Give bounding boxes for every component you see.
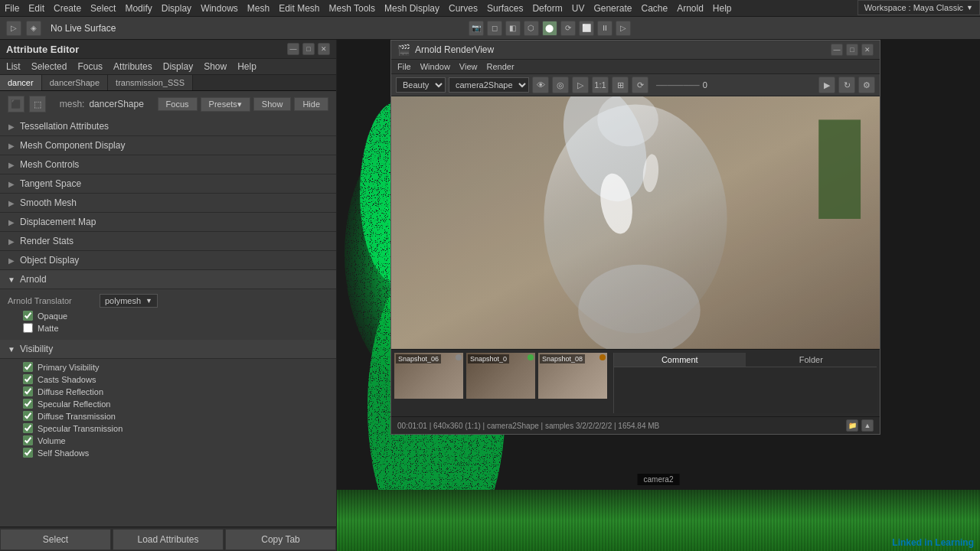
toolbar-icon-pause[interactable]: ⏸ (597, 21, 612, 36)
render-beauty-select[interactable]: Beauty (396, 77, 446, 93)
arnold-translator-dropdown[interactable]: polymesh ▼ (100, 294, 158, 308)
render-icon-circle[interactable]: ◎ (552, 77, 569, 93)
attr-menu-attributes[interactable]: Attributes (113, 61, 152, 72)
menu-meshtools[interactable]: Mesh Tools (329, 3, 375, 14)
attr-menu-selected[interactable]: Selected (31, 61, 67, 72)
section-component-display[interactable]: ▶ Mesh Component Display (0, 136, 336, 155)
mesh-icon-btn-1[interactable]: ⬛ (8, 96, 24, 112)
section-tessellation[interactable]: ▶ Tessellation Attributes (0, 117, 336, 136)
toolbar-icon-active[interactable]: ⬤ (542, 21, 557, 36)
menu-arnold[interactable]: Arnold (677, 3, 704, 14)
tab-dancer[interactable]: dancer (0, 75, 42, 90)
focus-button[interactable]: Focus (158, 97, 198, 111)
cb-specular-reflection-input[interactable] (23, 399, 33, 409)
viewport-3d[interactable]: 🎬 Arnold RenderView — □ ✕ File Window Vi… (337, 40, 980, 551)
render-view-minimize[interactable]: — (831, 44, 843, 56)
render-icon-eye[interactable]: 👁 (532, 77, 549, 93)
menu-surfaces[interactable]: Surfaces (487, 3, 523, 14)
section-object-display[interactable]: ▶ Object Display (0, 251, 336, 270)
workspace-label[interactable]: Workspace : Maya Classic ▼ (858, 0, 980, 15)
tab-dancershape[interactable]: dancerShape (42, 75, 108, 90)
menu-create[interactable]: Create (54, 3, 81, 14)
menu-meshdisplay[interactable]: Mesh Display (384, 3, 439, 14)
section-mesh-controls[interactable]: ▶ Mesh Controls (0, 155, 336, 174)
render-menu-window[interactable]: Window (420, 62, 450, 71)
cb-diffuse-transmission-input[interactable] (23, 411, 33, 421)
section-tangent-space[interactable]: ▶ Tangent Space (0, 174, 336, 194)
render-icon-play2[interactable]: ▶ (818, 77, 835, 93)
render-icon-grid[interactable]: ⊞ (612, 77, 629, 93)
show-button[interactable]: Show (253, 97, 292, 111)
cb-volume-input[interactable] (23, 435, 33, 445)
toolbar-icon-6[interactable]: ⟳ (560, 21, 576, 36)
render-menu-render[interactable]: Render (487, 62, 514, 71)
menu-curves[interactable]: Curves (449, 3, 478, 14)
section-arnold-header[interactable]: ▼ Arnold (0, 270, 336, 289)
menu-modify[interactable]: Modify (125, 3, 152, 14)
toolbar-icon-play[interactable]: ▷ (616, 21, 631, 36)
menu-generate[interactable]: Generate (593, 3, 632, 14)
render-status-icon-2[interactable]: ▲ (861, 419, 874, 432)
mesh-icon-btn-2[interactable]: ⬚ (29, 96, 46, 112)
render-menu-file[interactable]: File (397, 62, 411, 71)
render-view-close[interactable]: ✕ (861, 44, 874, 56)
menu-mesh[interactable]: Mesh (247, 3, 270, 14)
cb-casts-shadows-input[interactable] (23, 374, 33, 384)
render-view-maximize[interactable]: □ (846, 44, 858, 56)
menu-uv[interactable]: UV (572, 3, 585, 14)
menu-deform[interactable]: Deform (532, 3, 562, 14)
section-visibility-header[interactable]: ▼ Visibility (0, 340, 336, 359)
load-attributes-button[interactable]: Load Attributes (113, 529, 224, 550)
snapshot-07[interactable]: Snapshot_0 (466, 353, 535, 399)
toolbar-icon-7[interactable]: ⬜ (579, 21, 594, 36)
cb-self-shadows-input[interactable] (23, 448, 33, 458)
attr-editor-close[interactable]: ✕ (318, 43, 330, 55)
cb-specular-transmission-input[interactable] (23, 423, 33, 433)
attr-menu-focus[interactable]: Focus (77, 61, 103, 72)
toolbar-icon-5[interactable]: ⬡ (524, 21, 539, 36)
toolbar-icon-4[interactable]: ◧ (505, 21, 521, 36)
render-icon-ratio[interactable]: 1:1 (592, 77, 609, 93)
checkbox-opaque-input[interactable] (23, 311, 33, 321)
render-icon-play[interactable]: ▷ (572, 77, 589, 93)
attr-menu-show[interactable]: Show (204, 61, 227, 72)
attr-editor-maximize[interactable]: □ (302, 43, 315, 55)
copy-tab-button[interactable]: Copy Tab (225, 529, 336, 550)
snapshot-08[interactable]: Snapshot_08 (538, 353, 607, 399)
render-icon-settings[interactable]: ⚙ (858, 77, 875, 93)
attr-menu-list[interactable]: List (6, 61, 21, 72)
workspace-dropdown-icon[interactable]: ▼ (966, 4, 973, 11)
hide-button[interactable]: Hide (294, 97, 328, 111)
comment-tab[interactable]: Comment (614, 353, 746, 367)
cb-primary-visibility-input[interactable] (23, 362, 33, 372)
render-icon-refresh2[interactable]: ↻ (838, 77, 855, 93)
section-displacement-map[interactable]: ▶ Displacement Map (0, 213, 336, 232)
render-status-icon-1[interactable]: 📁 (846, 419, 858, 432)
checkbox-matte-input[interactable] (23, 323, 33, 333)
menu-display[interactable]: Display (162, 3, 191, 14)
section-render-stats[interactable]: ▶ Render Stats (0, 232, 336, 251)
select-button[interactable]: Select (0, 529, 111, 550)
render-camera-select[interactable]: camera2Shape (449, 77, 529, 93)
section-smooth-mesh[interactable]: ▶ Smooth Mesh (0, 194, 336, 213)
folder-tab[interactable]: Folder (746, 353, 877, 367)
menu-edit[interactable]: Edit (28, 3, 44, 14)
toolbar-icon-1[interactable]: ▷ (6, 21, 21, 36)
menu-editmesh[interactable]: Edit Mesh (279, 3, 319, 14)
menu-windows[interactable]: Windows (201, 3, 238, 14)
menu-help[interactable]: Help (713, 3, 732, 14)
tab-transmission[interactable]: transmission_SSS (108, 75, 193, 90)
menu-select[interactable]: Select (90, 3, 116, 14)
toolbar-icon-2[interactable]: ◈ (26, 21, 41, 36)
render-icon-refresh[interactable]: ⟳ (632, 77, 648, 93)
presets-button[interactable]: Presets▾ (201, 97, 250, 112)
menu-file[interactable]: File (5, 3, 19, 14)
snapshot-06[interactable]: Snapshot_06 (394, 353, 463, 399)
attr-editor-minimize[interactable]: — (287, 43, 299, 55)
render-menu-view[interactable]: View (459, 62, 478, 71)
attr-menu-display[interactable]: Display (163, 61, 193, 72)
toolbar-icon-cam[interactable]: 📷 (469, 21, 484, 36)
cb-diffuse-reflection-input[interactable] (23, 386, 33, 396)
attr-menu-help[interactable]: Help (237, 61, 256, 72)
menu-cache[interactable]: Cache (641, 3, 668, 14)
